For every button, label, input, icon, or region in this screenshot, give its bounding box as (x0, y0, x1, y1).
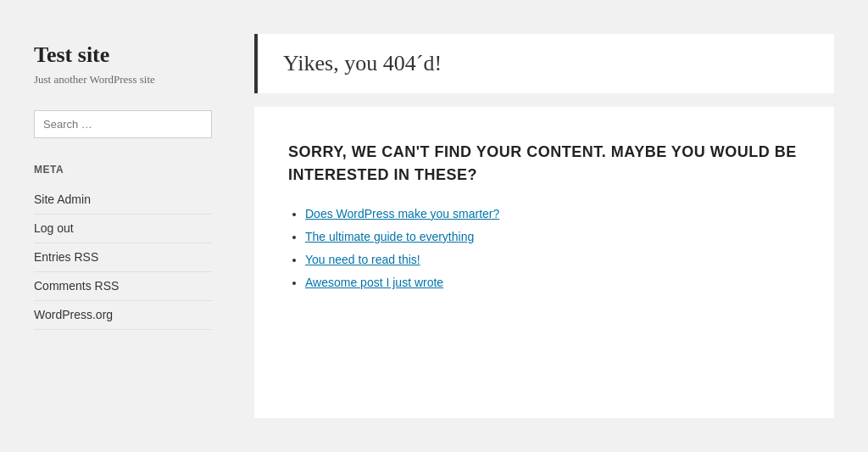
list-item: Site Admin (34, 186, 212, 215)
suggestion-link[interactable]: Does WordPress make you smarter? (305, 207, 499, 220)
suggestion-list: Does WordPress make you smarter?The ulti… (288, 207, 800, 290)
content-box: SORRY, WE CAN'T FIND YOUR CONTENT. MAYBE… (254, 107, 834, 418)
sidebar: Test site Just another WordPress site ME… (0, 17, 237, 435)
suggestion-link[interactable]: You need to read this! (305, 253, 420, 266)
list-item: The ultimate guide to everything (305, 230, 800, 244)
site-title: Test site (34, 42, 212, 68)
meta-link[interactable]: Site Admin (34, 193, 91, 206)
list-item: WordPress.org (34, 301, 212, 330)
meta-link[interactable]: WordPress.org (34, 308, 113, 321)
meta-link[interactable]: Comments RSS (34, 279, 119, 293)
page-wrapper: Test site Just another WordPress site ME… (0, 0, 868, 452)
suggestion-link[interactable]: The ultimate guide to everything (305, 230, 474, 243)
header-box: Yikes, you 404´d! (254, 34, 834, 93)
meta-links: Site AdminLog outEntries RSSComments RSS… (34, 186, 212, 330)
list-item: Does WordPress make you smarter? (305, 207, 800, 221)
list-item: Log out (34, 215, 212, 243)
sorry-heading: SORRY, WE CAN'T FIND YOUR CONTENT. MAYBE… (288, 141, 800, 187)
main-content: Yikes, you 404´d! SORRY, WE CAN'T FIND Y… (237, 17, 851, 435)
search-input[interactable] (34, 110, 212, 138)
meta-section: META Site AdminLog outEntries RSSComment… (34, 164, 212, 330)
list-item: Entries RSS (34, 243, 212, 272)
list-item: You need to read this! (305, 253, 800, 267)
404-title: Yikes, you 404´d! (283, 51, 442, 76)
site-tagline: Just another WordPress site (34, 73, 212, 86)
meta-link[interactable]: Entries RSS (34, 250, 98, 264)
suggestion-link[interactable]: Awesome post I just wrote (305, 276, 443, 289)
meta-link[interactable]: Log out (34, 221, 74, 235)
search-form (34, 110, 212, 138)
list-item: Awesome post I just wrote (305, 276, 800, 290)
meta-section-title: META (34, 164, 212, 176)
list-item: Comments RSS (34, 272, 212, 301)
